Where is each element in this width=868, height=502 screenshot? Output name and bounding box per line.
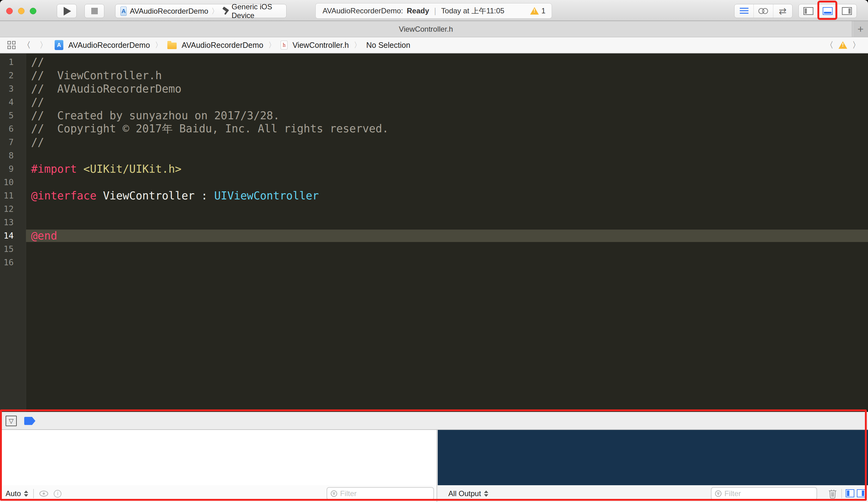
print-description-icon[interactable]: i [54, 490, 61, 498]
code-line-8[interactable]: 8 [0, 149, 868, 162]
code-line-15[interactable]: 15 [0, 242, 868, 256]
filter-icon [330, 490, 338, 498]
code-line-13[interactable]: 13 [0, 215, 868, 229]
jump-item-selection[interactable]: No Selection [366, 41, 411, 50]
breakpoint-activation-icon[interactable] [24, 417, 35, 425]
line-number: 11 [0, 191, 26, 200]
code-line-11[interactable]: 11@interface ViewController : UIViewCont… [0, 189, 868, 202]
line-number: 7 [0, 137, 26, 147]
source-editor[interactable]: 1//2// ViewController.h3// AVAudioRecord… [0, 53, 868, 412]
assistant-editor-button[interactable] [754, 4, 773, 18]
jump-separator: 〉 [268, 40, 276, 50]
popup-stepper-icon [24, 491, 28, 497]
variables-scope-popup[interactable]: Auto [6, 489, 21, 498]
variables-view-toolbar: Auto i [0, 485, 437, 502]
debug-bar: ▽ [0, 412, 868, 430]
jump-item-project[interactable]: AVAudioRecorderDemo [68, 41, 150, 50]
project-icon: A [55, 40, 63, 50]
code-line-7[interactable]: 7// [0, 135, 868, 149]
line-number: 14 [0, 231, 26, 240]
filter-icon [715, 490, 722, 498]
code-line-12[interactable]: 12 [0, 202, 868, 215]
code-line-6[interactable]: 6// Copyright © 2017年 Baidu, Inc. All ri… [0, 122, 868, 135]
stop-button[interactable] [84, 4, 104, 18]
stop-icon [91, 8, 98, 14]
scheme-destination: Generic iOS Device [231, 2, 281, 20]
console-filter-input[interactable] [724, 489, 813, 498]
code-line-3[interactable]: 3// AVAudioRecorderDemo [0, 82, 868, 96]
console-pane-toggle-button[interactable] [857, 489, 866, 497]
code-line-16[interactable]: 16 [0, 256, 868, 269]
variables-filter-input[interactable] [340, 489, 430, 498]
line-number: 16 [0, 258, 26, 267]
scheme-selector[interactable]: A AVAudioRecorderDemo 〉 Generic iOS Devi… [115, 4, 287, 18]
line-number: 4 [0, 97, 26, 107]
assistant-editor-icon [758, 8, 768, 14]
hide-debug-area-button[interactable]: ▽ [6, 416, 17, 426]
version-editor-button[interactable]: ⇄ [773, 4, 792, 18]
variables-view[interactable] [0, 430, 437, 485]
line-number: 9 [0, 164, 26, 174]
warning-count[interactable]: 1 [541, 7, 546, 15]
code-line-9[interactable]: 9#import <UIKit/UIKit.h> [0, 162, 868, 175]
standard-editor-button[interactable] [734, 4, 754, 18]
clear-console-icon[interactable] [828, 489, 837, 499]
inspector-toggle-button[interactable] [838, 4, 857, 18]
panel-toggle-segmented-control [798, 4, 857, 18]
next-issue-button[interactable]: 〉 [852, 39, 860, 51]
variables-filter-field[interactable] [327, 487, 434, 500]
zoom-button[interactable] [30, 8, 36, 14]
line-number: 6 [0, 124, 26, 133]
scheme-separator: 〉 [211, 6, 219, 16]
code-line-10[interactable]: 10 [0, 175, 868, 189]
status-divider: | [434, 6, 436, 16]
tab-bar: ViewController.h + [0, 21, 868, 37]
play-icon [64, 7, 71, 16]
new-tab-button[interactable]: + [853, 21, 868, 37]
related-items-icon[interactable] [8, 41, 16, 49]
scheme-name: AVAudioRecorderDemo [130, 7, 208, 16]
back-button[interactable]: 〈 [20, 39, 33, 51]
jump-bar: 〈 〉 A AVAudioRecorderDemo 〉 AVAudioRecor… [0, 37, 868, 53]
code-line-14[interactable]: 14@end [0, 229, 868, 242]
console-filter-field[interactable] [711, 487, 817, 500]
console-view[interactable] [438, 430, 868, 485]
header-file-icon: h [281, 41, 288, 49]
code-line-4[interactable]: 4// [0, 96, 868, 109]
debug-area: ▽ Auto i [0, 412, 868, 502]
line-number: 5 [0, 111, 26, 120]
code-line-2[interactable]: 2// ViewController.h [0, 69, 868, 82]
run-button[interactable] [57, 4, 77, 18]
activity-viewer[interactable]: AVAudioRecorderDemo: Ready | Today at 上午… [316, 3, 552, 19]
status-project: AVAudioRecorderDemo: [322, 7, 403, 15]
warning-icon[interactable] [838, 41, 847, 49]
minimize-button[interactable] [18, 8, 24, 14]
code-line-1[interactable]: 1// [0, 55, 868, 69]
warning-icon[interactable] [530, 7, 539, 14]
forward-button[interactable]: 〉 [38, 39, 50, 51]
line-number: 3 [0, 84, 26, 93]
previous-issue-button[interactable]: 〈 [825, 39, 834, 51]
jump-item-group[interactable]: AVAudioRecorderDemo [182, 41, 263, 50]
tab-viewcontroller[interactable]: ViewController.h [0, 21, 852, 37]
jump-item-file[interactable]: ViewController.h [292, 41, 349, 50]
debug-bottom-bar: Auto i Al [0, 485, 868, 502]
status-time: Today at 上午11:05 [441, 6, 505, 16]
folder-icon [167, 42, 177, 49]
line-number: 10 [0, 177, 26, 187]
line-number: 12 [0, 204, 26, 214]
line-number: 2 [0, 71, 26, 80]
xcode-window: A AVAudioRecorderDemo 〉 Generic iOS Devi… [0, 0, 868, 502]
line-number: 15 [0, 244, 26, 254]
version-editor-icon: ⇄ [779, 7, 787, 16]
xcode-project-icon: A [121, 7, 127, 16]
traffic-lights [6, 8, 36, 14]
code-line-5[interactable]: 5// Created by sunyazhou on 2017/3/28. [0, 109, 868, 122]
console-output-popup[interactable]: All Output [448, 489, 481, 498]
variables-pane-toggle-button[interactable] [846, 489, 854, 497]
quicklook-eye-icon[interactable] [39, 490, 49, 497]
debug-area-toggle-button[interactable] [818, 4, 837, 18]
close-button[interactable] [6, 8, 13, 14]
code-lines: 1//2// ViewController.h3// AVAudioRecord… [0, 55, 868, 269]
navigator-toggle-button[interactable] [799, 4, 818, 18]
